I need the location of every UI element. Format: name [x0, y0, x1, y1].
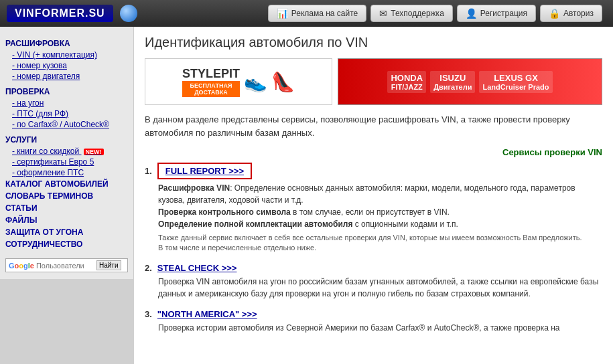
google-search-box: Google Найти [5, 258, 128, 272]
shoe2-icon: 👠 [271, 71, 295, 93]
page-title: Идентификация автомобиля по VIN [145, 35, 602, 50]
stylepit-logo-text: STYLEPIT [182, 67, 240, 81]
sidebar-item-euro5[interactable]: - сертификаты Евро 5 [5, 157, 128, 167]
section-rasshifrovka: РАСШИФРОВКА [5, 39, 128, 48]
right-banner[interactable]: HONDA FIT/JAZZ ISUZU Двигатели LEXUS GX … [338, 58, 602, 105]
section-proverka: ПРОВЕРКА [5, 87, 128, 96]
sidebar-item-sotrud[interactable]: СОТРУДНИЧЕСТВО [5, 238, 128, 250]
mail-icon: ✉ [379, 8, 387, 19]
sidebar-item-stati[interactable]: СТАТЬИ [5, 202, 128, 214]
support-button[interactable]: ✉ Техподдержка [370, 5, 453, 22]
google-search-button[interactable]: Найти [96, 260, 121, 270]
chart-icon: 📊 [277, 8, 288, 19]
honda-block: HONDA FIT/JAZZ [387, 71, 426, 93]
isuzu-block: ISUZU Двигатели [430, 71, 475, 93]
google-logo: Google [9, 262, 34, 270]
sidebar-item-knigi[interactable]: - книги со скидкой NEW! [5, 146, 128, 157]
content-area: Идентификация автомобиля по VIN STYLEPIT… [134, 27, 613, 364]
services-header: Сервисы проверки VIN [145, 147, 602, 157]
service-number-3: 3. [145, 309, 152, 319]
stylepit-banner[interactable]: STYLEPIT БЕСПЛАТНАЯДОСТАВКА 👟 👠 [145, 58, 332, 105]
banners-row: STYLEPIT БЕСПЛАТНАЯДОСТАВКА 👟 👠 HONDA FI… [145, 58, 602, 105]
new-badge: NEW! [84, 149, 104, 155]
service-item-3: 3. "NORTH AMERICA" >>> Проверка истории … [145, 309, 602, 334]
lexus-block: LEXUS GX LandCruiser Prado [479, 71, 552, 93]
author-button[interactable]: 🔒 Авториз [540, 5, 602, 22]
service-desc-2: Проверка VIN автомобиля на угон по росси… [145, 276, 602, 300]
full-report-link[interactable]: FULL REPORT >>> [165, 166, 244, 176]
service-item-2: 2. STEAL CHECK >>> Проверка VIN автомоби… [145, 263, 602, 300]
lock-icon: 🔒 [549, 8, 560, 19]
steal-check-link[interactable]: STEAL CHECK >>> [157, 263, 237, 273]
desc-bold-1: Расшифровка VIN [158, 183, 230, 193]
north-america-link[interactable]: "NORTH AMERICA" >>> [157, 309, 257, 319]
intro-text: В данном разделе представлены сервисы, п… [145, 113, 602, 139]
stylepit-delivery: БЕСПЛАТНАЯДОСТАВКА [182, 81, 240, 97]
section-uslugi: УСЛУГИ [5, 135, 128, 145]
service-link-box-1: FULL REPORT >>> [157, 163, 252, 179]
main-layout: РАСШИФРОВКА - VIN (+ комплектация) - ном… [0, 27, 613, 364]
sidebar-item-ugon[interactable]: - на угон [5, 98, 128, 108]
service-number-1: 1. [145, 166, 152, 176]
sidebar: РАСШИФРОВКА - VIN (+ комплектация) - ном… [0, 27, 134, 364]
sidebar-item-zashita[interactable]: ЗАЩИТА ОТ УГОНА [5, 226, 128, 238]
service-number-2: 2. [145, 263, 152, 273]
adv-button[interactable]: 📊 Реклама на сайте [268, 5, 367, 22]
shoe-icon: 👟 [244, 71, 267, 93]
globe-icon [120, 5, 137, 22]
sidebar-item-dvigatel[interactable]: - номер двигателя [5, 71, 128, 82]
service-desc-3: Проверка истории автомобиля из Северной … [145, 322, 602, 334]
header: VINFORMER.SU 📊 Реклама на сайте ✉ Техпод… [0, 0, 613, 27]
logo[interactable]: VINFORMER.SU [7, 5, 113, 22]
service-desc-1: Расшифровка VIN: Определение основных да… [145, 182, 602, 230]
sidebar-item-kuzov[interactable]: - номер кузова [5, 60, 128, 71]
register-button[interactable]: 👤 Регистрация [457, 5, 536, 22]
desc-bold-3: Определение полной комплектации автомоби… [158, 219, 352, 229]
sidebar-item-pts[interactable]: - ПТС (для РФ) [5, 108, 128, 119]
user-icon: 👤 [466, 8, 477, 19]
sidebar-item-catalog[interactable]: КАТАЛОГ АВТОМОБИЛЕЙ [5, 178, 128, 190]
sidebar-item-carfax[interactable]: - по Carfax® / AutoCheck® [5, 119, 128, 130]
desc-bold-2: Проверка контрольного символа [158, 207, 291, 217]
sidebar-item-slovar[interactable]: СЛОВАРЬ ТЕРМИНОВ [5, 190, 128, 202]
google-search-input[interactable] [36, 262, 96, 270]
sidebar-item-pts-oform[interactable]: - оформление ПТС [5, 167, 128, 178]
service-note-1: Также данный сервис включает в себя все … [145, 233, 602, 254]
service-item-1: 1. FULL REPORT >>> Расшифровка VIN: Опре… [145, 163, 602, 254]
sidebar-item-fajly[interactable]: ФАЙЛЫ [5, 214, 128, 226]
sidebar-item-vin[interactable]: - VIN (+ комплектация) [5, 50, 128, 60]
